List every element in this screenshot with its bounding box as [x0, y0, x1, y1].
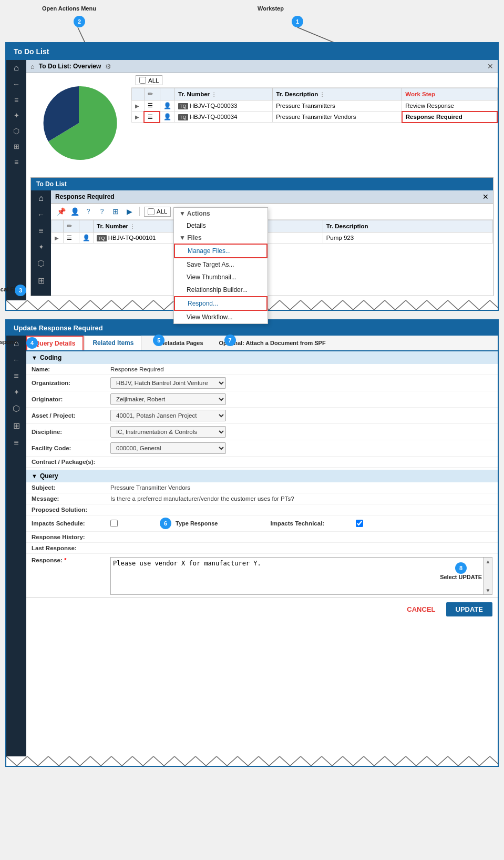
response-required-title: Response Required: [55, 193, 115, 200]
tab-related-items[interactable]: Related Items: [85, 336, 141, 350]
sidebar-back[interactable]: ←: [13, 80, 20, 88]
impacts-row: Impacts Schedule: 6 Type Response: [26, 515, 498, 532]
todo-list2-header: To Do List: [31, 178, 493, 190]
toolbar-arrow[interactable]: ▶: [124, 206, 135, 217]
toolbar-user[interactable]: 👤: [69, 206, 80, 217]
settings-icon[interactable]: ⚙: [105, 63, 111, 70]
subject-label: Subject:: [32, 484, 110, 491]
last-response-row: Last Response:: [26, 543, 498, 554]
update-button[interactable]: UPDATE: [446, 602, 492, 616]
todo-panel-title: To Do List: Overview: [39, 63, 101, 70]
sidebar-menu2[interactable]: ≡: [14, 158, 18, 166]
context-manage-files[interactable]: Manage Files...: [174, 244, 268, 258]
response-label: Response: *: [32, 557, 110, 563]
cancel-button[interactable]: CANCEL: [402, 602, 440, 616]
all-checkbox-button2[interactable]: ALL: [144, 207, 171, 217]
sidebar2-back[interactable]: ←: [37, 210, 45, 219]
response-textarea[interactable]: [111, 558, 484, 594]
subject-value: Pressure Transmitter Vendors: [110, 484, 492, 491]
sidebar2-download[interactable]: ⬡: [37, 258, 45, 268]
message-value: Is there a preferred manufacturer/vendor…: [110, 495, 492, 502]
callout-7: 7: [224, 335, 236, 346]
annotation-select-update: Select UPDATE: [440, 574, 482, 580]
col-expand: [132, 88, 145, 100]
context-save-target[interactable]: Save Target As...: [174, 258, 268, 271]
callout-2: 2: [74, 16, 85, 27]
sidebar2-home[interactable]: ⌂: [38, 194, 44, 203]
org-select[interactable]: HBJV, Hatch Bantrel Joint Venture: [110, 377, 226, 389]
callout-3: 3: [15, 285, 26, 296]
context-view-thumbnail[interactable]: View Thumbnail...: [174, 271, 268, 284]
contract-label: Contract / Package(s):: [32, 459, 110, 465]
orig-select[interactable]: Zeijlmaker, Robert: [110, 393, 226, 405]
proposed-solution-row: Proposed Solution:: [26, 504, 498, 515]
table-row2[interactable]: ▶ ☰ 👤 TQ HBJV-TQ-000101 Pump 923: [52, 232, 493, 244]
context-details[interactable]: Details: [174, 219, 268, 232]
callout-1: 1: [292, 16, 303, 27]
last-response-label: Last Response:: [32, 545, 110, 551]
toolbar-grid[interactable]: ⊞: [110, 206, 121, 217]
col-tr-number: Tr. Number ⋮: [175, 88, 273, 100]
asset-select[interactable]: 40001, Potash Jansen Project: [110, 410, 226, 421]
context-respond[interactable]: Respond...: [174, 296, 268, 311]
todo-overview-icon: ⌂: [30, 63, 35, 70]
all-checkbox-button[interactable]: ALL: [136, 75, 162, 85]
sidebar3-back[interactable]: ←: [13, 356, 20, 364]
zigzag-svg-bottom: [6, 756, 498, 766]
name-value: Response Required: [110, 366, 492, 372]
todo-table2: ✏ Tr. Number ⋮ Tr. Description ▶: [51, 220, 493, 244]
action-buttons-row: CANCEL UPDATE: [26, 598, 498, 621]
sidebar3-grid[interactable]: ⊞: [13, 421, 20, 431]
close-icon[interactable]: ✕: [487, 62, 493, 70]
context-view-workflow[interactable]: View Workflow...: [174, 311, 268, 323]
annotation-workstep: Workstep: [258, 5, 284, 12]
col-icon: ✏: [144, 88, 160, 100]
message-row: Message: Is there a preferred manufactur…: [26, 493, 498, 504]
sidebar-star[interactable]: ✦: [14, 112, 19, 119]
response-history-row: Response History:: [26, 532, 498, 543]
response-history-label: Response History:: [32, 534, 110, 540]
sidebar-home[interactable]: ⌂: [14, 63, 19, 73]
organization-row: Organization: HBJV, Hatch Bantrel Joint …: [26, 375, 498, 391]
table-row[interactable]: ▶ ☰ 👤 TQ HBJV-TQ-000033 Pressure Transmi…: [132, 100, 498, 112]
sidebar3-download[interactable]: ⬡: [13, 403, 20, 413]
callout-8: 8: [455, 562, 467, 574]
impacts-schedule-checkbox[interactable]: [110, 520, 118, 527]
context-menu[interactable]: ▼ Actions Details ▼ Files Manage Files..…: [173, 207, 268, 324]
sidebar-menu1[interactable]: ≡: [14, 96, 18, 104]
context-files-label: ▼ Files: [174, 232, 268, 244]
sidebar-download[interactable]: ⬡: [13, 127, 19, 135]
context-relationship-builder[interactable]: Relationship Builder...: [174, 284, 268, 296]
zigzag-divider-bottom: [6, 756, 498, 766]
facility-select[interactable]: 000000, General: [110, 442, 226, 454]
close-icon2[interactable]: ✕: [482, 193, 489, 201]
toolbar-help2[interactable]: ?: [96, 206, 108, 217]
sidebar3-lines[interactable]: ≡: [14, 438, 18, 448]
all-checkbox-input[interactable]: [139, 77, 146, 84]
sidebar3-menu[interactable]: ≡: [14, 371, 18, 381]
disc-select[interactable]: IC, Instrumentation & Controls: [110, 426, 226, 438]
name-label: Name:: [32, 366, 110, 372]
update-response-section: Update Response Required ⌂ ← ≡ ✦ ⬡ ⊞ ≡ Q…: [5, 319, 499, 767]
col-tr-description: Tr. Description ⋮: [273, 88, 402, 100]
sidebar2-menu[interactable]: ≡: [38, 226, 43, 236]
scrollbar-up[interactable]: ▲: [486, 559, 491, 564]
orig-label: Originator:: [32, 396, 110, 402]
sidebar2-star[interactable]: ✦: [38, 243, 44, 251]
sidebar3-star[interactable]: ✦: [14, 388, 19, 396]
coding-section-header: ▼ Coding: [26, 351, 498, 364]
sidebar-grid[interactable]: ⊞: [14, 143, 19, 150]
scrollbar-down[interactable]: ▼: [486, 588, 491, 593]
contract-row: Contract / Package(s):: [26, 457, 498, 468]
proposed-solution-label: Proposed Solution:: [32, 507, 110, 513]
toolbar-help1[interactable]: ?: [83, 206, 94, 217]
table-row[interactable]: ▶ ☰ 👤 TQ HBJV-TQ-000034 Pressure Transmi…: [132, 112, 498, 123]
pie-chart: [37, 81, 121, 165]
org-label: Organization:: [32, 380, 110, 386]
sidebar2-grid[interactable]: ⊞: [38, 276, 45, 286]
annotation-select-respond: Select Respond: [0, 339, 17, 345]
callout-4: 4: [26, 337, 38, 349]
all-checkbox-input2[interactable]: [148, 208, 155, 215]
impacts-technical-checkbox[interactable]: [356, 520, 363, 527]
toolbar-pin[interactable]: 📌: [55, 206, 67, 217]
